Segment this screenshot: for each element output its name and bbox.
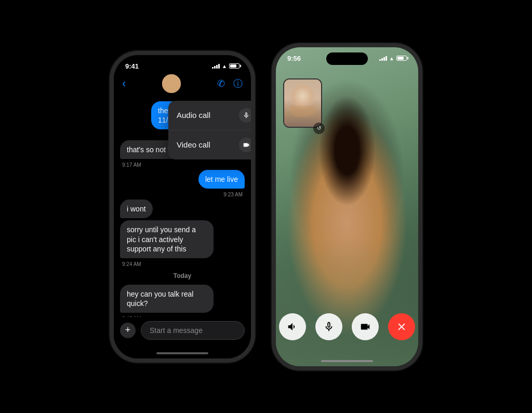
video-call-screen: 9:56 ▲: [276, 47, 418, 366]
camera-icon: [360, 321, 371, 332]
signal-icon-left: [212, 63, 220, 69]
message-input[interactable]: Start a message: [141, 321, 245, 340]
time-left: 9:41: [125, 62, 139, 70]
dynamic-island-left: [162, 60, 203, 73]
message-bubble-received-2: i wont: [120, 199, 153, 218]
status-icons-left: ▲: [212, 63, 240, 69]
message-input-bar: + Start a message: [114, 317, 251, 348]
phone-messaging: 9:41 ▲ ‹: [110, 51, 255, 363]
battery-icon-left: [229, 63, 240, 69]
message-time-2: 9:17 AM: [122, 162, 141, 168]
audio-call-label: Audio call: [177, 111, 210, 119]
info-icon[interactable]: ⓘ: [233, 77, 243, 90]
battery-icon-right: [396, 56, 407, 61]
contact-info[interactable]: [162, 74, 181, 93]
mute-button[interactable]: [315, 313, 342, 340]
flip-camera-button[interactable]: ↺: [313, 123, 325, 134]
speaker-button[interactable]: [279, 313, 306, 340]
mute-icon: [323, 321, 335, 332]
message-bubble-received-4: hey can you talk real quick?: [120, 285, 214, 313]
home-indicator-right: [276, 356, 418, 366]
message-text: i wont: [127, 205, 146, 213]
avatar: [162, 74, 181, 93]
video-camera-icon: [239, 138, 254, 152]
message-bubble-received-3: sorry until you send a pic i can't activ…: [120, 220, 214, 258]
wifi-icon-left: ▲: [222, 63, 227, 69]
message-time-3: 9:23 AM: [223, 192, 243, 197]
message-bubble-sent-2: let me live: [198, 170, 245, 189]
speaker-icon: [287, 321, 298, 332]
input-placeholder: Start a message: [150, 326, 203, 335]
time-right: 9:56: [287, 55, 301, 62]
camera-toggle-button[interactable]: [352, 313, 379, 340]
messaging-screen: 9:41 ▲ ‹: [114, 55, 251, 358]
phone-call-icon[interactable]: ✆: [217, 78, 225, 89]
self-view-thumbnail: [283, 78, 322, 128]
video-call-option[interactable]: Video call: [168, 130, 255, 159]
microphone-icon: [239, 108, 254, 123]
message-text: hey can you talk real quick?: [127, 290, 193, 308]
phone-videocall: 9:56 ▲: [272, 43, 422, 370]
message-text: sorry until you send a pic i can't activ…: [127, 225, 196, 252]
video-call-label: Video call: [177, 140, 210, 149]
audio-call-option[interactable]: Audio call: [168, 101, 255, 130]
day-divider: Today: [174, 272, 191, 279]
dynamic-island-right: [326, 52, 368, 65]
add-attachment-button[interactable]: +: [120, 323, 136, 338]
end-call-icon: [396, 321, 407, 332]
call-dropdown-menu: Audio call Video call: [168, 101, 255, 159]
message-time-4: 9:24 AM: [122, 261, 141, 267]
home-indicator-left: [114, 348, 251, 358]
chat-header: ‹ ✆ ⓘ Audio call: [114, 72, 251, 97]
message-text: let me live: [205, 175, 238, 183]
call-controls-bar: [276, 313, 418, 340]
self-video-feed: [284, 79, 321, 127]
header-actions: ✆ ⓘ: [217, 77, 243, 90]
signal-icon-right: [379, 56, 387, 61]
status-icons-right: ▲: [379, 56, 407, 61]
end-call-button[interactable]: [388, 313, 415, 340]
wifi-icon-right: ▲: [389, 56, 394, 61]
back-button[interactable]: ‹: [122, 77, 126, 90]
